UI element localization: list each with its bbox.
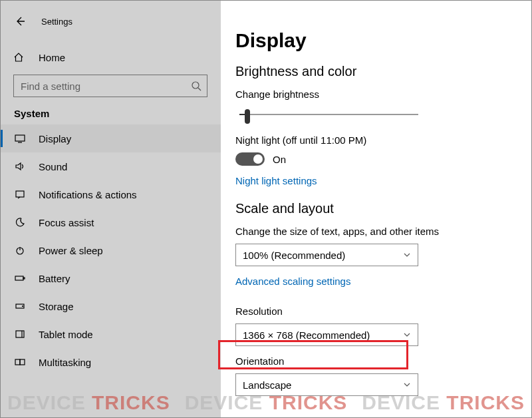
svg-rect-10 [20,359,25,365]
svg-point-0 [192,82,199,89]
sidebar-item-label: Tablet mode [39,329,93,340]
sidebar-item-label: Notifications & actions [39,189,137,200]
sidebar-item-storage[interactable]: Storage [0,292,221,320]
chevron-down-icon [403,250,411,261]
toggle-knob [253,154,263,164]
category-label: System [0,108,221,119]
brightness-label: Change brightness [235,89,532,100]
night-light-settings-link[interactable]: Night light settings [235,175,317,186]
night-light-toggle[interactable] [235,152,265,166]
sound-icon [13,161,27,172]
section-brightness-title: Brightness and color [235,64,532,79]
moon-icon [13,217,27,228]
sidebar-item-notifications[interactable]: Notifications & actions [0,180,221,208]
home-button[interactable]: Home [0,47,221,68]
resolution-value: 1366 × 768 (Recommended) [243,329,370,341]
power-icon [13,245,27,256]
search-field[interactable] [21,81,191,92]
section-scale-title: Scale and layout [235,201,532,216]
multitasking-icon [13,357,27,367]
slider-thumb[interactable] [245,109,250,124]
search-input[interactable] [13,75,207,97]
chevron-down-icon [403,379,411,391]
sidebar-item-power-sleep[interactable]: Power & sleep [0,236,221,264]
sidebar-item-label: Battery [39,273,70,284]
home-label: Home [39,52,65,63]
nav-list: Display Sound Notifications & actions Fo… [0,124,221,376]
svg-rect-5 [23,278,25,279]
page-title: Display [235,29,532,52]
sidebar-item-display[interactable]: Display [0,124,221,152]
svg-rect-1 [15,135,25,141]
advanced-scaling-link[interactable]: Advanced scaling settings [235,276,350,287]
brightness-slider[interactable] [235,106,418,122]
storage-icon [13,301,27,312]
svg-rect-2 [16,191,24,197]
sidebar-item-label: Multitasking [39,357,91,368]
back-arrow-icon[interactable] [13,15,27,28]
svg-point-7 [23,306,23,307]
sidebar-item-label: Display [39,133,71,144]
sidebar: Settings Home System Display [0,0,221,418]
resolution-dropdown[interactable]: 1366 × 768 (Recommended) [235,323,418,346]
sidebar-item-label: Storage [39,301,74,312]
scale-value: 100% (Recommended) [243,250,345,261]
sidebar-item-tablet-mode[interactable]: Tablet mode [0,320,221,348]
night-light-label: Night light (off until 11:00 PM) [235,134,532,146]
home-icon [13,52,27,63]
chevron-down-icon [403,329,411,341]
sidebar-item-label: Sound [39,161,67,172]
orientation-dropdown[interactable]: Landscape [235,373,418,396]
notifications-icon [13,189,27,200]
sidebar-item-sound[interactable]: Sound [0,152,221,180]
resolution-label: Resolution [235,306,532,317]
scale-label: Change the size of text, apps, and other… [235,226,532,237]
tablet-icon [13,329,27,339]
main-content: Display Brightness and color Change brig… [221,0,532,418]
svg-rect-9 [15,359,20,365]
sidebar-item-label: Focus assist [39,217,94,228]
battery-icon [13,273,27,284]
sidebar-item-focus-assist[interactable]: Focus assist [0,208,221,236]
search-icon [191,81,201,91]
sidebar-item-multitasking[interactable]: Multitasking [0,348,221,376]
svg-rect-8 [16,331,24,337]
scale-dropdown[interactable]: 100% (Recommended) [235,244,418,266]
orientation-value: Landscape [243,379,291,391]
orientation-label: Orientation [235,355,532,367]
night-light-state: On [273,154,286,165]
svg-rect-4 [15,276,23,280]
slider-track [239,114,418,115]
app-title: Settings [41,17,72,27]
sidebar-item-battery[interactable]: Battery [0,264,221,292]
sidebar-item-label: Power & sleep [39,245,103,256]
display-icon [13,133,27,144]
